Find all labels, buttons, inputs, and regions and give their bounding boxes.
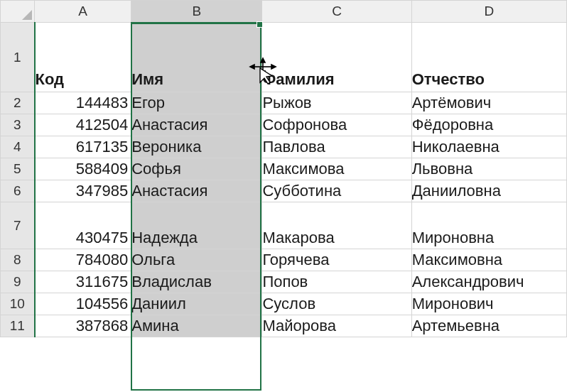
cell-c1[interactable]: Фамилия <box>262 23 411 92</box>
table-row: 3 412504 Анастасия Софронова Фёдоровна <box>1 114 567 136</box>
cell[interactable]: Вероника <box>131 136 262 158</box>
table-row: 10 104556 Даниил Суслов Миронович <box>1 293 567 315</box>
cell[interactable]: Майорова <box>262 315 411 337</box>
cell[interactable]: Макарова <box>262 202 411 249</box>
table-row: 4 617135 Вероника Павлова Николаевна <box>1 136 567 158</box>
cell[interactable]: Даниил <box>131 293 262 315</box>
row-header[interactable]: 11 <box>1 315 35 337</box>
spreadsheet-grid[interactable]: A B C D 1 Код Имя Фамилия Отчество 2 144… <box>0 0 567 337</box>
cell[interactable]: 588409 <box>35 158 131 180</box>
table-row: 5 588409 Софья Максимова Львовна <box>1 158 567 180</box>
cell[interactable]: Суслов <box>262 293 411 315</box>
cell[interactable]: Софья <box>131 158 262 180</box>
cell[interactable]: Попов <box>262 271 411 293</box>
table-row: 11 387868 Амина Майорова Артемьевна <box>1 315 567 337</box>
cell[interactable]: Горячева <box>262 249 411 271</box>
cell[interactable]: 784080 <box>35 249 131 271</box>
cell[interactable]: Николаевна <box>411 136 566 158</box>
table-row: 9 311675 Владислав Попов Александрович <box>1 271 567 293</box>
table-row: 6 347985 Анастасия Субботина Данииловна <box>1 180 567 202</box>
row-header[interactable]: 5 <box>1 158 35 180</box>
cell[interactable]: Максимова <box>262 158 411 180</box>
cell[interactable]: Миронович <box>411 293 566 315</box>
cell[interactable]: Мироновна <box>411 202 566 249</box>
cell[interactable]: Анастасия <box>131 180 262 202</box>
cell[interactable]: Анастасия <box>131 114 262 136</box>
cell[interactable]: 387868 <box>35 315 131 337</box>
cell[interactable]: Ольга <box>131 249 262 271</box>
column-header-a[interactable]: A <box>35 1 131 23</box>
cell[interactable]: 311675 <box>35 271 131 293</box>
cell[interactable]: Амина <box>131 315 262 337</box>
column-header-c[interactable]: C <box>262 1 411 23</box>
table-row: 7 430475 Надежда Макарова Мироновна <box>1 202 567 249</box>
table-row: 1 Код Имя Фамилия Отчество <box>1 23 567 92</box>
cell[interactable]: Артемьевна <box>411 315 566 337</box>
row-header[interactable]: 8 <box>1 249 35 271</box>
table-row: 2 144483 Егор Рыжов Артёмович <box>1 92 567 114</box>
row-header[interactable]: 6 <box>1 180 35 202</box>
select-all-corner[interactable] <box>1 1 35 23</box>
cell[interactable]: Софронова <box>262 114 411 136</box>
column-header-d[interactable]: D <box>411 1 566 23</box>
cell[interactable]: 617135 <box>35 136 131 158</box>
table-row: 8 784080 Ольга Горячева Максимовна <box>1 249 567 271</box>
cell[interactable]: 104556 <box>35 293 131 315</box>
cell[interactable]: 412504 <box>35 114 131 136</box>
cell[interactable]: Владислав <box>131 271 262 293</box>
cell[interactable]: Рыжов <box>262 92 411 114</box>
cell-b1[interactable]: Имя <box>131 23 262 92</box>
cell-d1[interactable]: Отчество <box>411 23 566 92</box>
cell-a1[interactable]: Код <box>35 23 131 92</box>
cell[interactable]: Данииловна <box>411 180 566 202</box>
cell[interactable]: Субботина <box>262 180 411 202</box>
cell[interactable]: 144483 <box>35 92 131 114</box>
row-header[interactable]: 4 <box>1 136 35 158</box>
row-header[interactable]: 3 <box>1 114 35 136</box>
row-header[interactable]: 9 <box>1 271 35 293</box>
cell[interactable]: Львовна <box>411 158 566 180</box>
cell[interactable]: Максимовна <box>411 249 566 271</box>
cell[interactable]: Егор <box>131 92 262 114</box>
cell[interactable]: Фёдоровна <box>411 114 566 136</box>
cell[interactable]: 347985 <box>35 180 131 202</box>
row-header[interactable]: 7 <box>1 202 35 249</box>
cell[interactable]: Павлова <box>262 136 411 158</box>
cell[interactable]: Надежда <box>131 202 262 249</box>
row-header[interactable]: 2 <box>1 92 35 114</box>
cell[interactable]: Артёмович <box>411 92 566 114</box>
cell[interactable]: 430475 <box>35 202 131 249</box>
row-header[interactable]: 10 <box>1 293 35 315</box>
cell[interactable]: Александрович <box>411 271 566 293</box>
row-header[interactable]: 1 <box>1 23 35 92</box>
column-header-b[interactable]: B <box>131 1 262 23</box>
